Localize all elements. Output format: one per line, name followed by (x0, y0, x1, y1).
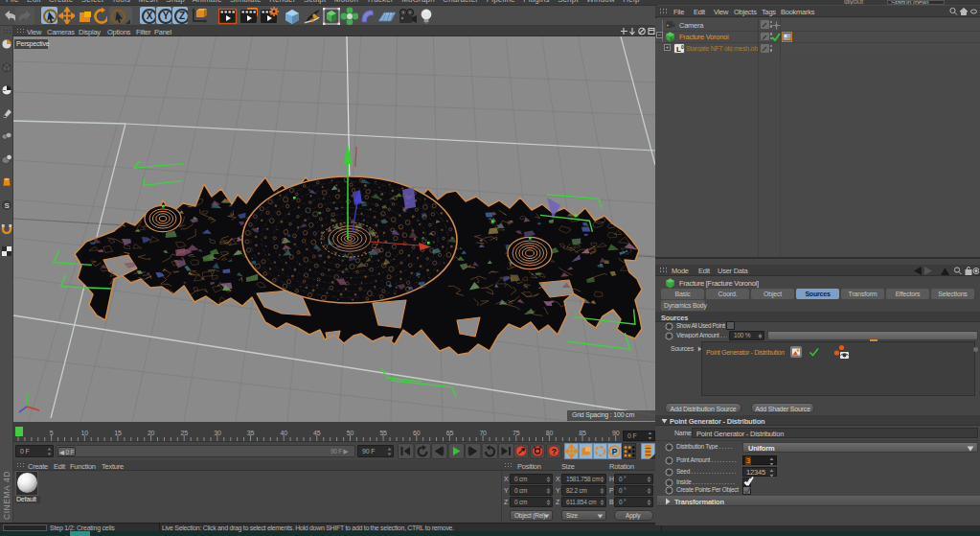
svg-text:65: 65 (446, 430, 454, 436)
svg-text:5: 5 (50, 430, 54, 436)
svg-text:0: 0 (681, 44, 684, 50)
svg-text:60: 60 (413, 430, 421, 436)
svg-text:50: 50 (347, 430, 354, 436)
svg-text:10: 10 (81, 430, 89, 436)
svg-text:15: 15 (114, 430, 122, 436)
svg-text:Z: Z (179, 11, 185, 21)
svg-text:S: S (4, 201, 10, 210)
svg-text:25: 25 (181, 430, 189, 436)
svg-text:80: 80 (546, 430, 554, 436)
svg-text:30: 30 (214, 430, 221, 436)
svg-text:20: 20 (148, 430, 155, 436)
svg-text:35: 35 (247, 430, 255, 436)
svg-text:45: 45 (313, 430, 321, 436)
svg-text:55: 55 (379, 430, 387, 436)
svg-text:85: 85 (579, 430, 586, 436)
svg-text:90: 90 (612, 430, 620, 436)
svg-text:X: X (147, 11, 153, 21)
svg-text:75: 75 (513, 430, 520, 436)
svg-text:P: P (612, 447, 618, 456)
svg-text:Y: Y (163, 11, 170, 21)
svg-text:40: 40 (281, 430, 288, 436)
svg-text:70: 70 (479, 430, 487, 436)
svg-text:?: ? (552, 447, 557, 456)
